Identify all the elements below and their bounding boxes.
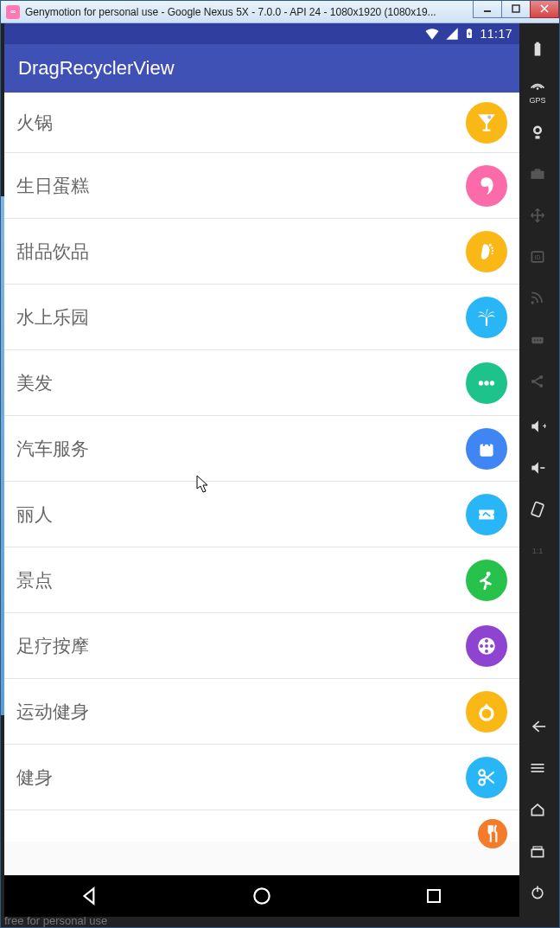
android-statusbar: 11:17 bbox=[4, 23, 519, 44]
window-frame: ∞ Genymotion for personal use - Google N… bbox=[0, 0, 560, 928]
reel-icon[interactable] bbox=[466, 625, 507, 667]
ticket-icon[interactable] bbox=[466, 494, 507, 535]
svg-point-20 bbox=[490, 644, 493, 648]
app-bar: DragRecyclerView bbox=[4, 44, 519, 93]
side-volume-up-button[interactable]: + bbox=[523, 406, 552, 447]
side-battery-button[interactable] bbox=[523, 29, 552, 70]
signal-icon bbox=[445, 27, 459, 41]
svg-point-35 bbox=[531, 301, 534, 304]
list-item[interactable]: 运动健身 bbox=[4, 679, 519, 745]
close-button[interactable] bbox=[530, 1, 559, 18]
side-network-button[interactable] bbox=[523, 278, 552, 319]
side-remote-button[interactable] bbox=[523, 195, 552, 236]
app-title: DragRecyclerView bbox=[18, 57, 175, 80]
side-rotate-button[interactable] bbox=[523, 489, 552, 530]
svg-rect-47 bbox=[531, 767, 544, 769]
bag-icon[interactable] bbox=[466, 428, 507, 470]
scissor-icon[interactable] bbox=[466, 757, 507, 798]
maximize-button[interactable] bbox=[501, 1, 531, 18]
side-camera-button[interactable] bbox=[523, 112, 552, 153]
svg-point-18 bbox=[485, 650, 488, 653]
run-icon[interactable] bbox=[466, 560, 507, 601]
list-item-label: 丽人 bbox=[16, 502, 466, 527]
nav-back-button[interactable] bbox=[64, 875, 116, 917]
svg-rect-49 bbox=[531, 849, 543, 856]
list-item[interactable]: 健身 bbox=[4, 745, 519, 810]
svg-rect-25 bbox=[428, 890, 440, 902]
side-nav-back-button[interactable] bbox=[523, 706, 552, 747]
svg-rect-26 bbox=[535, 43, 541, 55]
list-item[interactable]: 火锅 bbox=[4, 93, 519, 153]
list-item[interactable]: 景点 bbox=[4, 547, 519, 613]
svg-point-10 bbox=[479, 381, 483, 385]
foot-icon[interactable] bbox=[466, 231, 507, 272]
side-nav-home-button[interactable] bbox=[523, 789, 552, 830]
side-phone-button[interactable] bbox=[523, 319, 552, 361]
svg-point-28 bbox=[537, 87, 539, 90]
svg-point-38 bbox=[537, 340, 538, 342]
list-item[interactable]: 生日蛋糕 bbox=[4, 153, 519, 219]
svg-rect-48 bbox=[531, 771, 544, 772]
svg-point-17 bbox=[485, 639, 488, 643]
side-volume-down-button[interactable] bbox=[523, 447, 552, 489]
ring-icon[interactable] bbox=[466, 691, 507, 733]
list-item-label: 健身 bbox=[16, 765, 466, 790]
cocktail-icon[interactable] bbox=[466, 102, 507, 144]
list-item[interactable]: 甜品饮品 bbox=[4, 219, 519, 285]
list-item-label: 景点 bbox=[16, 568, 466, 592]
svg-rect-27 bbox=[536, 42, 538, 45]
side-nav-recent-button[interactable] bbox=[523, 830, 552, 872]
svg-point-16 bbox=[485, 644, 488, 648]
list-item[interactable]: 汽车服务 bbox=[4, 416, 519, 482]
svg-point-14 bbox=[487, 571, 491, 575]
side-share-button[interactable] bbox=[523, 361, 552, 402]
clock: 11:17 bbox=[480, 27, 512, 41]
svg-point-5 bbox=[489, 244, 492, 246]
list-item[interactable]: 水上乐园 bbox=[4, 285, 519, 350]
client-area: 11:17 DragRecyclerView 火锅生日蛋糕甜品饮品水上乐园美发汽… bbox=[1, 23, 559, 927]
svg-rect-9 bbox=[486, 317, 487, 326]
svg-point-24 bbox=[254, 888, 269, 903]
list-item-label: 水上乐园 bbox=[16, 305, 466, 330]
footer-note: free for personal use bbox=[4, 914, 107, 927]
svg-rect-32 bbox=[531, 171, 544, 179]
svg-rect-45 bbox=[531, 502, 544, 517]
side-pixel-ratio-button[interactable]: 1:1 bbox=[523, 530, 552, 572]
svg-point-12 bbox=[490, 381, 494, 385]
nav-home-button[interactable] bbox=[236, 875, 288, 917]
list-item-label: 美发 bbox=[16, 371, 466, 395]
side-identifier-button[interactable]: ID bbox=[523, 236, 552, 278]
fork-icon[interactable] bbox=[478, 819, 507, 848]
list-item-label: 汽车服务 bbox=[16, 437, 466, 461]
list-item[interactable]: 足疗按摩 bbox=[4, 613, 519, 679]
svg-rect-44 bbox=[540, 467, 544, 469]
svg-point-8 bbox=[492, 253, 493, 254]
side-nav-menu-button[interactable] bbox=[523, 747, 552, 789]
svg-point-7 bbox=[492, 249, 493, 251]
svg-point-6 bbox=[491, 246, 493, 248]
list-item[interactable]: 丽人 bbox=[4, 482, 519, 547]
more-icon[interactable] bbox=[466, 362, 507, 404]
svg-rect-46 bbox=[531, 764, 544, 765]
svg-point-21 bbox=[480, 707, 493, 720]
list-item[interactable] bbox=[4, 810, 519, 842]
titlebar[interactable]: ∞ Genymotion for personal use - Google N… bbox=[1, 1, 559, 23]
svg-point-19 bbox=[480, 644, 483, 648]
side-power-button[interactable] bbox=[523, 872, 552, 913]
svg-rect-52 bbox=[537, 886, 538, 893]
wifi-icon bbox=[424, 26, 440, 42]
svg-text:+: + bbox=[543, 422, 546, 431]
minimize-button[interactable] bbox=[473, 1, 502, 18]
window-buttons bbox=[474, 1, 559, 18]
side-gps-button[interactable]: GPS bbox=[523, 70, 552, 112]
list-item-label: 运动健身 bbox=[16, 700, 466, 724]
svg-rect-3 bbox=[468, 29, 471, 30]
side-capture-button[interactable] bbox=[523, 153, 552, 195]
svg-text:ID: ID bbox=[535, 254, 541, 260]
device-screen: 11:17 DragRecyclerView 火锅生日蛋糕甜品饮品水上乐园美发汽… bbox=[4, 23, 519, 917]
nav-recent-button[interactable] bbox=[408, 875, 460, 917]
recycler-list[interactable]: 火锅生日蛋糕甜品饮品水上乐园美发汽车服务丽人景点足疗按摩运动健身健身 bbox=[4, 93, 519, 875]
palm-icon[interactable] bbox=[466, 297, 507, 338]
list-item[interactable]: 美发 bbox=[4, 350, 519, 416]
profile-icon[interactable] bbox=[466, 165, 507, 207]
